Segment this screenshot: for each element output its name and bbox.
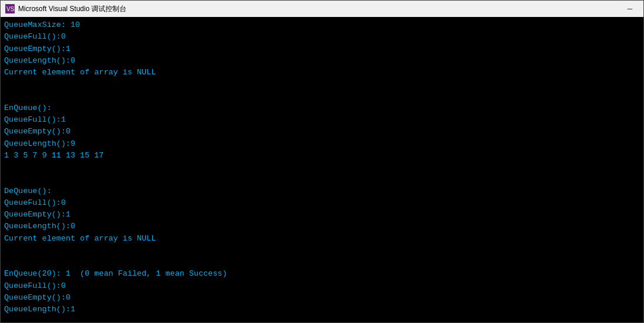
svg-text:VS: VS xyxy=(6,6,15,12)
console-empty-line xyxy=(4,78,640,90)
console-line: QueueFull():0 xyxy=(4,280,640,292)
console-empty-line xyxy=(4,162,640,173)
console-line: QueueEmpty():0 xyxy=(4,292,640,304)
title-bar: VS Microsoft Visual Studio 调试控制台 — xyxy=(1,1,643,17)
console-line: QueueEmpty():1 xyxy=(4,209,640,221)
console-empty-line xyxy=(4,91,640,102)
console-line: EnQueue(20): 1 (0 mean Failed, 1 mean Su… xyxy=(4,268,640,280)
console-line: QueueFull():1 xyxy=(4,114,640,126)
console-line: EnQueue(): xyxy=(4,102,640,114)
title-bar-left: VS Microsoft Visual Studio 调试控制台 xyxy=(5,4,126,14)
console-line: Current element of array is NULL xyxy=(4,67,640,78)
console-line: Current element of array is NULL xyxy=(4,233,640,245)
console-line: QueueLength():9 xyxy=(4,138,640,150)
minimize-button[interactable]: — xyxy=(621,3,639,15)
console-line: QueueLength():0 xyxy=(4,221,640,232)
title-bar-controls: — xyxy=(621,3,639,15)
console-empty-line xyxy=(4,173,640,185)
window-title: Microsoft Visual Studio 调试控制台 xyxy=(18,4,126,14)
main-window: VS Microsoft Visual Studio 调试控制台 — Queue… xyxy=(0,0,644,323)
console-line: QueueLength():1 xyxy=(4,304,640,315)
console-line: 1 3 5 7 9 11 13 15 17 xyxy=(4,150,640,162)
console-line: QueueFull():0 xyxy=(4,31,640,43)
console-line: DeQueue(): xyxy=(4,185,640,197)
console-line: QueueFull():0 xyxy=(4,197,640,209)
console-line: QueueEmpty():1 xyxy=(4,43,640,55)
console-output: QueueMaxSize: 10QueueFull():0QueueEmpty(… xyxy=(1,17,643,322)
console-line: QueueMaxSize: 10 xyxy=(4,19,640,31)
vs-icon: VS xyxy=(5,4,15,13)
console-line: QueueEmpty():0 xyxy=(4,126,640,138)
console-empty-line xyxy=(4,256,640,268)
console-empty-line xyxy=(4,245,640,256)
console-line: QueueLength():0 xyxy=(4,55,640,67)
